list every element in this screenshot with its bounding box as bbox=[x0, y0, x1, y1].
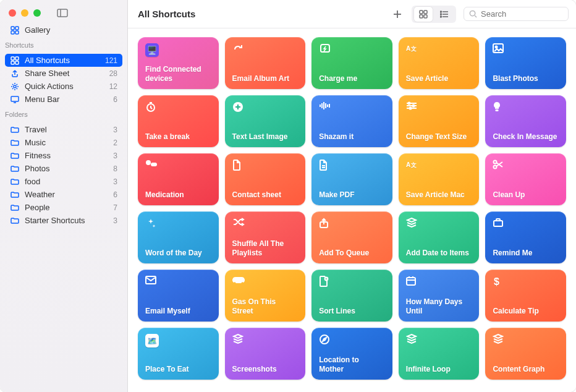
shortcut-name: Text Last Image bbox=[232, 132, 299, 141]
shortcut-name: Place To Eat bbox=[145, 365, 211, 373]
shortcut-card[interactable]: Check In Message bbox=[485, 95, 566, 147]
shortcut-name: Add To Queue bbox=[319, 249, 385, 257]
shortcut-card[interactable]: Remind Me bbox=[485, 211, 566, 263]
svg-rect-47 bbox=[151, 163, 157, 166]
shortcut-card[interactable]: A文Save Article bbox=[399, 37, 480, 89]
shortcut-card[interactable]: Shazam it bbox=[311, 95, 392, 147]
shortcut-name: Save Article bbox=[406, 74, 472, 83]
sidebar-folder-photos[interactable]: Photos8 bbox=[5, 162, 122, 175]
list-view-button[interactable] bbox=[435, 7, 454, 22]
sidebar-folder-food[interactable]: food3 bbox=[5, 175, 122, 188]
shortcuts-scroll[interactable]: 🖥️Find Connected devicesEmail Album ArtC… bbox=[128, 28, 576, 392]
sidebar-item-label: Music bbox=[25, 138, 108, 147]
shortcut-card[interactable]: Clean Up bbox=[485, 153, 566, 205]
shortcut-card[interactable]: Location to Mother bbox=[311, 328, 392, 380]
add-button[interactable] bbox=[388, 7, 407, 22]
sidebar-item-quick-actions[interactable]: Quick Actions12 bbox=[5, 80, 122, 93]
share-icon bbox=[10, 69, 20, 78]
app-icon: 🗺️ bbox=[145, 334, 159, 347]
shortcut-name: Find Connected devices bbox=[145, 65, 211, 83]
shortcut-card[interactable]: Word of the Day bbox=[138, 211, 219, 263]
shortcut-name: How Many Days Until bbox=[406, 297, 472, 315]
shortcut-name: Charge me bbox=[319, 74, 385, 83]
toggle-sidebar-icon[interactable] bbox=[57, 9, 68, 17]
svg-rect-2 bbox=[11, 27, 14, 30]
shortcut-card[interactable]: Sort Lines bbox=[311, 270, 392, 322]
shortcut-card[interactable]: How Many Days Until bbox=[399, 270, 480, 322]
svg-point-23 bbox=[441, 14, 442, 15]
shortcut-card[interactable]: Content Graph bbox=[485, 328, 566, 380]
shortcut-card[interactable]: Add To Queue bbox=[311, 211, 392, 263]
svg-rect-4 bbox=[11, 31, 14, 34]
svg-rect-45 bbox=[496, 109, 499, 111]
shortcut-card[interactable]: Text Last Image bbox=[225, 95, 306, 147]
shortcut-card[interactable]: Medication bbox=[138, 153, 219, 205]
toolbar: All Shortcuts bbox=[128, 0, 576, 28]
search-input[interactable] bbox=[481, 9, 576, 19]
shortcut-card[interactable]: Blast Photos bbox=[485, 37, 566, 89]
shortcut-name: Gas On This Street bbox=[232, 297, 299, 315]
shortcut-card[interactable]: Shuffle All The Playlists bbox=[225, 211, 306, 263]
wave-icon bbox=[319, 101, 385, 110]
sidebar-folder-weather[interactable]: Weather6 bbox=[5, 188, 122, 201]
shortcut-card[interactable]: Email Myself bbox=[138, 270, 219, 322]
sidebar-item-gallery[interactable]: Gallery bbox=[5, 23, 122, 36]
svg-point-24 bbox=[441, 16, 442, 17]
svg-text:$: $ bbox=[494, 276, 499, 287]
shortcut-card[interactable]: Take a break bbox=[138, 95, 219, 147]
sidebar-folder-music[interactable]: Music2 bbox=[5, 136, 122, 149]
shortcut-name: Blast Photos bbox=[493, 74, 559, 83]
grid-icon bbox=[10, 56, 20, 65]
doc-pdf-icon bbox=[319, 160, 385, 171]
shortcut-card[interactable]: Infinite Loop bbox=[399, 328, 480, 380]
shortcut-name: Screenshots bbox=[232, 365, 299, 373]
shortcut-card[interactable]: 🖥️Find Connected devices bbox=[138, 37, 219, 89]
battery-icon bbox=[319, 43, 385, 53]
dollar-icon: $ bbox=[493, 276, 559, 287]
shortcut-card[interactable]: 🗺️Place To Eat bbox=[138, 328, 219, 380]
sidebar-folder-starter-shortcuts[interactable]: Starter Shortcuts3 bbox=[5, 214, 122, 227]
shortcut-card[interactable]: A文Save Article Mac bbox=[399, 153, 480, 205]
sidebar-item-share-sheet[interactable]: Share Sheet28 bbox=[5, 67, 122, 80]
upload-icon bbox=[319, 218, 385, 229]
search-field[interactable] bbox=[464, 7, 569, 21]
view-toggle bbox=[412, 6, 456, 23]
shortcut-name: Save Article Mac bbox=[406, 190, 472, 199]
sidebar-item-count: 28 bbox=[109, 69, 117, 78]
close-button[interactable] bbox=[9, 9, 16, 17]
zoom-button[interactable] bbox=[33, 9, 41, 17]
sidebar-item-count: 121 bbox=[105, 56, 117, 65]
sidebar-item-count: 6 bbox=[113, 95, 117, 104]
shortcut-card[interactable]: $Calculate Tip bbox=[485, 270, 566, 322]
sidebar-folder-travel[interactable]: Travel3 bbox=[5, 123, 122, 136]
sidebar-item-label: Starter Shortcuts bbox=[25, 216, 108, 225]
sidebar-item-all-shortcuts[interactable]: All Shortcuts121 bbox=[5, 54, 122, 67]
shortcut-name: Change Text Size bbox=[406, 132, 472, 141]
shortcut-card[interactable]: Change Text Size bbox=[399, 95, 480, 147]
sidebar-item-count: 2 bbox=[113, 138, 117, 147]
sidebar-item-count: 3 bbox=[113, 216, 117, 225]
shortcut-card[interactable]: Gas On This Street bbox=[225, 270, 306, 322]
shortcut-card[interactable]: Charge me bbox=[311, 37, 392, 89]
svg-rect-5 bbox=[15, 31, 19, 34]
sidebar-folder-fitness[interactable]: Fitness3 bbox=[5, 149, 122, 162]
sidebar-folder-people[interactable]: People7 bbox=[5, 201, 122, 214]
minimize-button[interactable] bbox=[21, 9, 28, 17]
sidebar-item-menu-bar[interactable]: Menu Bar6 bbox=[5, 93, 122, 106]
svg-point-46 bbox=[146, 160, 151, 165]
shortcut-card[interactable]: Add Date to Items bbox=[399, 211, 480, 263]
svg-rect-8 bbox=[11, 61, 14, 64]
shortcut-card[interactable]: Contact sheet bbox=[225, 153, 306, 205]
svg-rect-53 bbox=[494, 221, 502, 226]
shortcut-card[interactable]: Email Album Art bbox=[225, 37, 306, 89]
folder-icon bbox=[10, 216, 20, 225]
shortcut-name: Email Album Art bbox=[232, 74, 299, 83]
sparkle-icon bbox=[145, 218, 211, 229]
sidebar-item-label: Quick Actions bbox=[25, 82, 104, 91]
shortcut-name: Medication bbox=[145, 190, 211, 199]
svg-rect-15 bbox=[420, 11, 423, 14]
shortcut-card[interactable]: Make PDF bbox=[311, 153, 392, 205]
shortcut-card[interactable]: Screenshots bbox=[225, 328, 306, 380]
grid-view-button[interactable] bbox=[414, 7, 433, 22]
monitor-icon bbox=[10, 95, 20, 104]
